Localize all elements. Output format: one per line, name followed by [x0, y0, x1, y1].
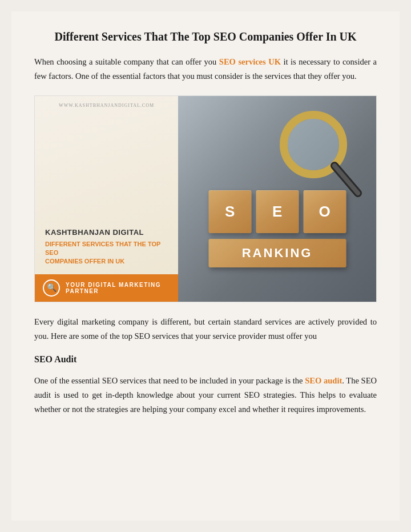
intro-paragraph: When choosing a suitable company that ca… [34, 55, 377, 84]
magnifier-svg [273, 105, 365, 202]
svg-line-3 [335, 166, 358, 193]
partner-circle: 🔍 [43, 279, 60, 297]
seo-services-uk-link[interactable]: SEO services UK [219, 57, 281, 66]
brand-name: KASHTBHANJAN DIGITAL [45, 228, 168, 237]
svg-point-1 [288, 119, 339, 170]
seo-block-s: S [208, 190, 251, 233]
article-title: Different Services That The Top SEO Comp… [34, 29, 377, 45]
page-container: Different Services That The Top SEO Comp… [11, 11, 400, 521]
partner-icon: 🔍 [47, 283, 57, 293]
seo-letters-row: S E O [208, 190, 346, 233]
body-paragraph: Every digital marketing company is diffe… [34, 315, 377, 344]
seo-audit-link[interactable]: SEO audit [305, 376, 342, 385]
seo-blocks-container: S E O RANKING [208, 190, 346, 267]
featured-image: WWW.KASHTBHANJANDIGITAL.COM KASHTBHANJAN… [34, 95, 377, 302]
image-right-panel: S E O RANKING [178, 96, 376, 302]
audit-text-before: One of the essential SEO services that n… [34, 376, 305, 385]
audit-paragraph: One of the essential SEO services that n… [34, 374, 377, 417]
seo-audit-heading: SEO Audit [34, 354, 377, 365]
seo-block-o: O [303, 190, 346, 233]
magnifier-container [273, 105, 365, 204]
seo-block-e: E [256, 190, 299, 233]
watermark: WWW.KASHTBHANJANDIGITAL.COM [59, 103, 154, 108]
brand-subtitle: DIFFERENT SERVICES THAT THE TOP SEOCOMPA… [45, 240, 168, 266]
partner-text: YOUR DIGITAL MARKETING PARTNER [66, 282, 170, 294]
intro-text-before: When choosing a suitable company that ca… [34, 57, 219, 66]
partner-bar: 🔍 YOUR DIGITAL MARKETING PARTNER [35, 274, 178, 302]
ranking-block: RANKING [208, 239, 346, 267]
image-left-panel: WWW.KASHTBHANJANDIGITAL.COM KASHTBHANJAN… [35, 96, 178, 302]
